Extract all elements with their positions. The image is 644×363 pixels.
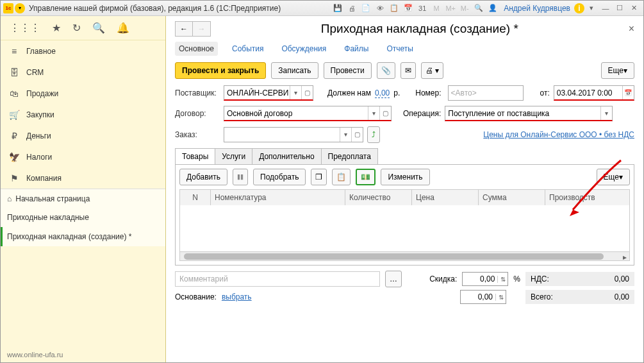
calendar-icon[interactable]: 📅 bbox=[622, 86, 634, 99]
close-form-icon[interactable]: × bbox=[629, 23, 634, 35]
barcode-button[interactable]: ⦀⦀ bbox=[233, 169, 248, 185]
open-icon[interactable]: ▢ bbox=[351, 128, 363, 142]
tab-services[interactable]: Услуги bbox=[215, 149, 252, 164]
comment-expand-button[interactable]: … bbox=[385, 271, 402, 287]
nav-sales[interactable]: 🛍Продажи bbox=[1, 83, 165, 104]
supplier-input[interactable]: ОНЛАЙН-СЕРВИ▾▢ bbox=[224, 85, 313, 101]
tab-files[interactable]: Файлы bbox=[340, 42, 372, 56]
goods-grid[interactable]: N Номенклатура Количество Цена Сумма Про… bbox=[179, 189, 630, 261]
compare-icon[interactable]: 👁 bbox=[374, 3, 386, 14]
comment-input[interactable]: Комментарий bbox=[175, 271, 380, 287]
apps-icon[interactable]: ⋮⋮⋮ bbox=[10, 22, 40, 34]
tab-discuss[interactable]: Обсуждения bbox=[278, 42, 331, 56]
nav-home[interactable]: Начальная страница bbox=[1, 189, 165, 208]
copy-button[interactable]: ❐ bbox=[311, 169, 327, 185]
minimize-icon[interactable]: — bbox=[599, 3, 612, 14]
chevron-down-icon[interactable]: ▾ bbox=[290, 86, 301, 99]
nav-tax[interactable]: 🦅Налоги bbox=[1, 146, 165, 167]
discount-abs-input[interactable]: 0,00⇅ bbox=[460, 290, 506, 304]
cart-icon: 🛒 bbox=[8, 110, 20, 120]
info-icon[interactable]: i bbox=[574, 3, 584, 13]
date-input[interactable]: 03.04.2017 0:00📅 bbox=[554, 85, 634, 101]
stepper-icon[interactable]: ⇅ bbox=[497, 276, 508, 283]
tab-main[interactable]: Основное bbox=[175, 42, 218, 56]
maximize-icon[interactable]: ☐ bbox=[613, 3, 626, 14]
col-qty[interactable]: Количество bbox=[345, 190, 412, 205]
paste-button[interactable]: 📋 bbox=[332, 169, 351, 185]
nav-company[interactable]: ⚑Компания bbox=[1, 167, 165, 189]
nav-money[interactable]: ₽Деньги bbox=[1, 125, 165, 146]
stepper-icon[interactable]: ⇅ bbox=[495, 294, 506, 301]
operation-input[interactable]: Поступление от поставщика▾ bbox=[445, 106, 613, 121]
select-button[interactable]: Подобрать bbox=[253, 169, 306, 185]
search-icon[interactable]: 🔍 bbox=[92, 22, 105, 34]
more-button[interactable]: Еще ▾ bbox=[601, 62, 634, 79]
chevron-down-icon[interactable]: ▾ bbox=[368, 106, 379, 120]
fill-button[interactable]: ⤴ bbox=[367, 126, 380, 143]
bell-icon[interactable]: 🔔 bbox=[117, 22, 129, 34]
attach-button[interactable]: 📎 bbox=[377, 62, 395, 79]
prices-link[interactable]: Цены для Онлайн-Сервис ООО • без НДС bbox=[483, 130, 634, 139]
date-icon[interactable]: 31 bbox=[416, 3, 429, 14]
chevron-down-icon[interactable]: ▾ bbox=[340, 128, 351, 142]
tab-prepay[interactable]: Предоплата bbox=[322, 149, 377, 164]
h-scrollbar[interactable]: ▸ bbox=[180, 251, 629, 260]
forward-button[interactable]: → bbox=[193, 21, 211, 37]
ruble-icon: ₽ bbox=[8, 131, 20, 141]
open-icon[interactable]: ▢ bbox=[379, 106, 391, 120]
tab-goods[interactable]: Товары bbox=[176, 149, 215, 164]
clipboard-icon[interactable]: 📋 bbox=[388, 3, 400, 14]
add-row-button[interactable]: Добавить bbox=[179, 169, 227, 185]
col-prod[interactable]: Производств bbox=[545, 190, 629, 205]
owes-value[interactable]: 0,00 bbox=[375, 89, 390, 98]
close-window-icon[interactable]: ✕ bbox=[627, 3, 640, 14]
post-button[interactable]: Провести bbox=[324, 62, 372, 79]
crm-icon: 🗄 bbox=[8, 67, 20, 78]
nav-crm[interactable]: 🗄CRM bbox=[1, 62, 165, 83]
post-close-button[interactable]: Провести и закрыть bbox=[175, 62, 266, 79]
table-more-button[interactable]: Еще ▾ bbox=[597, 169, 630, 185]
zoom-icon[interactable]: 🔍 bbox=[472, 3, 485, 14]
contract-input[interactable]: Основной договор▾▢ bbox=[224, 106, 392, 121]
chevron-down-icon[interactable]: ▾ bbox=[600, 106, 612, 120]
col-nomenclature[interactable]: Номенклатура bbox=[211, 190, 345, 205]
user-name[interactable]: Андрей Кудрявцев bbox=[504, 4, 570, 13]
calendar-icon[interactable]: 📅 bbox=[402, 3, 415, 14]
save-icon[interactable]: 💾 bbox=[331, 3, 344, 14]
tab-additional[interactable]: Дополнительно bbox=[252, 149, 321, 164]
nav-invoices[interactable]: Приходные накладные bbox=[1, 208, 165, 227]
sidebar-toolbar: ⋮⋮⋮ ★ ↻ 🔍 🔔 bbox=[1, 16, 165, 40]
history-icon[interactable]: ↻ bbox=[72, 22, 81, 34]
vat-total: НДС:0,00 bbox=[525, 272, 634, 286]
memory-m[interactable]: M bbox=[430, 3, 443, 14]
col-sum[interactable]: Сумма bbox=[479, 190, 545, 205]
import-prices-button[interactable]: 💵 bbox=[356, 169, 376, 185]
nav-purchases[interactable]: 🛒Закупки bbox=[1, 104, 165, 125]
back-button[interactable]: ← bbox=[175, 21, 193, 37]
col-price[interactable]: Цена bbox=[412, 190, 479, 205]
basis-link[interactable]: выбрать bbox=[222, 292, 252, 301]
open-icon[interactable]: ▢ bbox=[301, 86, 313, 99]
change-button[interactable]: Изменить bbox=[381, 169, 429, 185]
nav-label: Закупки bbox=[26, 110, 54, 119]
number-input[interactable]: <Авто> bbox=[448, 85, 524, 101]
window-titlebar: 1c ▾ Управление нашей фирмой (базовая), … bbox=[1, 1, 643, 16]
app-dropdown-icon[interactable]: ▾ bbox=[15, 3, 25, 13]
print-icon[interactable]: 🖨 bbox=[345, 3, 358, 14]
memory-mminus[interactable]: M- bbox=[458, 3, 471, 14]
col-n[interactable]: N bbox=[180, 190, 211, 205]
tab-reports[interactable]: Отчеты bbox=[383, 42, 417, 56]
order-input[interactable]: ▾▢ bbox=[224, 127, 363, 142]
nav-invoice-create[interactable]: Приходная накладная (создание) * bbox=[1, 227, 165, 246]
favorite-icon[interactable]: ★ bbox=[52, 22, 61, 34]
nav-main[interactable]: ≡Главное bbox=[1, 40, 165, 62]
mail-button[interactable]: ✉ bbox=[400, 62, 416, 79]
write-button[interactable]: Записать bbox=[271, 62, 318, 79]
doc-icon[interactable]: 📄 bbox=[359, 3, 372, 14]
print-button[interactable]: 🖨 ▾ bbox=[421, 62, 443, 79]
info-dd-icon[interactable]: ▾ bbox=[585, 3, 598, 14]
grid-body[interactable] bbox=[180, 205, 629, 251]
tab-events[interactable]: События bbox=[228, 42, 268, 56]
memory-mplus[interactable]: M+ bbox=[444, 3, 457, 14]
discount-input[interactable]: 0,00⇅ bbox=[462, 272, 508, 286]
